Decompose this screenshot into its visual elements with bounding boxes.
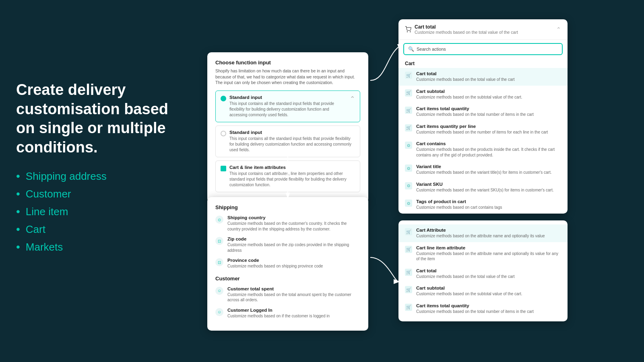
cart-line-item-attr-item[interactable]: 🛒 Cart line item attribute Customize met… xyxy=(398,242,568,265)
choose-card: Choose function input Shopify has limita… xyxy=(207,52,368,203)
cart-attribute-item[interactable]: 🛒 Cart Attribute Customize methods based… xyxy=(398,224,568,242)
cart-contains-item[interactable]: ⊙ Cart contains Customize methods based … xyxy=(398,138,568,161)
cart-total-qty-bottom-icon: 🛒 xyxy=(405,304,412,311)
option-desc-1: This input contains all the standard inp… xyxy=(229,101,347,118)
cart-qty-desc: Customize methods based on the total num… xyxy=(416,112,534,117)
province-code-icon: ⊡ xyxy=(215,258,223,266)
cart-subtotal-icon: 🛒 xyxy=(405,89,412,97)
customer-section-label: Customer xyxy=(215,276,360,282)
shipping-country-item: ⊙ Shipping country Customize methods bas… xyxy=(215,215,360,232)
cart-items-total-qty-item[interactable]: 🛒 Cart items total quantity Customize me… xyxy=(398,103,568,121)
expand-icon-1[interactable]: ⌃ xyxy=(350,95,355,103)
option-desc-3: This input contains cart attributes, lin… xyxy=(229,171,355,188)
radio-standard-2[interactable] xyxy=(221,131,226,136)
province-code-item: ⊡ Province code Customize methods based … xyxy=(215,258,360,269)
cart-total-item-bottom[interactable]: 🛒 Cart total Customize methods based on … xyxy=(398,265,568,283)
variant-title-desc: Customize methods based on the variant t… xyxy=(416,170,551,175)
cart-contains-title: Cart contains xyxy=(416,141,561,146)
variant-sku-item[interactable]: ⊙ Variant SKU Customize methods based on… xyxy=(398,179,568,196)
shipping-country-desc: Customize methods based on the customer'… xyxy=(227,221,360,232)
option-standard-input[interactable]: Standard input This input contains all t… xyxy=(215,90,360,122)
customer-logged-in-item: ☺ Customer Logged In Customize methods b… xyxy=(215,308,360,319)
cart-attribute-icon: 🛒 xyxy=(405,228,412,235)
cart-total-desc-top: Customize methods based on the total val… xyxy=(416,77,515,82)
bullet-item: Line item xyxy=(16,205,185,218)
search-icon: 🔍 xyxy=(408,46,414,52)
tags-product-item[interactable]: ⊙ Tags of product in cart Customize meth… xyxy=(398,196,568,214)
province-code-title: Province code xyxy=(227,258,323,263)
variant-title: Variant title xyxy=(416,164,551,169)
option-title-2: Standard input xyxy=(229,130,355,135)
zip-code-title: Zip code xyxy=(227,237,360,241)
option-title-3: Cart & line item attributes xyxy=(229,165,355,170)
variant-title-item[interactable]: ⊙ Variant title Customize methods based … xyxy=(398,161,568,179)
cart-line-attr-title: Cart line item attribute xyxy=(416,245,561,250)
cart-header: Cart total Customize methods based on th… xyxy=(398,19,568,40)
cart-subtotal-bottom-desc: Customize methods based on the subtotal … xyxy=(416,291,522,297)
cart-subtotal-bottom-item[interactable]: 🛒 Cart subtotal Customize methods based … xyxy=(398,282,568,300)
cart-contains-desc: Customize methods based on the products … xyxy=(416,147,561,158)
choose-card-title: Choose function input xyxy=(215,60,360,66)
option-cart-line[interactable]: Cart & line item attributes This input c… xyxy=(215,160,360,192)
cart-top-card: Cart total Customize methods based on th… xyxy=(398,19,568,214)
cart-total-qty-bottom-item[interactable]: 🛒 Cart items total quantity Customize me… xyxy=(398,300,568,318)
cart-total-qty-bottom-title: Cart items total quantity xyxy=(416,303,534,308)
cart-total-desc-bottom: Customize methods based on the total val… xyxy=(416,274,515,280)
bullet-item: Markets xyxy=(16,241,185,253)
variant-sku-icon: ⊙ xyxy=(405,182,412,189)
cart-total-title-bottom: Cart total xyxy=(416,268,515,273)
svg-point-0 xyxy=(407,31,407,32)
option-title-1: Standard input xyxy=(229,95,347,100)
cart-total-icon-bottom: 🛒 xyxy=(405,269,412,276)
cart-qty-title: Cart items total quantity xyxy=(416,106,534,111)
shipping-country-icon: ⊙ xyxy=(215,216,223,224)
cart-attribute-desc: Customize methods based on the attribute… xyxy=(416,233,545,239)
left-section: Create delivery customisation based on s… xyxy=(16,80,185,258)
cart-subtotal-bottom-title: Cart subtotal xyxy=(416,286,522,290)
tags-product-desc: Customize methods based on cart contains… xyxy=(416,205,502,210)
cart-subtotal-bottom-icon: 🛒 xyxy=(405,286,412,293)
cart-subtotal-item[interactable]: 🛒 Cart subtotal Customize methods based … xyxy=(398,86,568,103)
cart-qty-icon: 🛒 xyxy=(405,107,412,114)
cart-total-item-top[interactable]: 🛒 Cart total Customize methods based on … xyxy=(398,68,568,86)
cart-header-icon xyxy=(405,26,411,33)
cart-bottom-card: 🛒 Cart Attribute Customize methods based… xyxy=(398,220,568,321)
cart-qty-per-line-icon: 🛒 xyxy=(405,124,412,132)
cart-line-attr-desc: Customize methods based on the attribute… xyxy=(416,251,561,262)
chevron-icon[interactable]: ⌃ xyxy=(556,26,561,33)
bullet-item: Cart xyxy=(16,223,185,236)
cart-attribute-title: Cart Attribute xyxy=(416,228,545,232)
bullet-item: Shipping address xyxy=(16,170,185,183)
cart-qty-per-line-title: Cart items quantity per line xyxy=(416,124,548,129)
cart-items-qty-per-line-item[interactable]: 🛒 Cart items quantity per line Customize… xyxy=(398,121,568,138)
search-row[interactable]: 🔍 Search actions xyxy=(403,43,563,55)
customer-total-spent-desc: Customize methods based on the total amo… xyxy=(227,292,360,303)
tags-product-title: Tags of product in cart xyxy=(416,199,502,204)
zip-code-icon: ⊡ xyxy=(215,237,223,245)
customer-logged-in-title: Customer Logged In xyxy=(227,308,330,313)
bullet-item: Customer xyxy=(16,187,185,200)
checkbox-cart-line[interactable] xyxy=(221,166,226,171)
radio-standard[interactable] xyxy=(221,96,226,101)
cart-total-qty-bottom-desc: Customize methods based on the total num… xyxy=(416,309,534,315)
customer-total-spent-title: Customer total spent xyxy=(227,286,360,291)
customer-logged-icon: ☺ xyxy=(215,308,223,316)
main-heading: Create delivery customisation based on s… xyxy=(16,80,185,157)
cart-total-icon-top: 🛒 xyxy=(405,72,412,79)
svg-point-1 xyxy=(410,31,411,32)
province-code-desc: Customize methods based on shipping prov… xyxy=(227,263,323,269)
variant-sku-desc: Customize methods based on the variant S… xyxy=(416,187,553,193)
option-standard-input-2[interactable]: Standard input This input contains all t… xyxy=(215,125,360,157)
shipping-section-label: Shipping xyxy=(215,204,360,210)
cart-section-label: Cart xyxy=(398,58,568,68)
search-placeholder: Search actions xyxy=(417,47,446,51)
zip-code-desc: Customize methods based on the zip codes… xyxy=(227,242,360,253)
zip-code-item: ⊡ Zip code Customize methods based on th… xyxy=(215,237,360,253)
cart-header-left: Cart total Customize methods based on th… xyxy=(405,24,518,35)
customer-total-spent-item: ☺ Customer total spent Customize methods… xyxy=(215,286,360,303)
cart-line-attr-icon: 🛒 xyxy=(405,246,412,253)
bullet-list: Shipping addressCustomerLine itemCartMar… xyxy=(16,170,185,253)
cart-subtotal-title: Cart subtotal xyxy=(416,89,522,94)
variant-title-icon: ⊙ xyxy=(405,165,412,172)
shipping-country-title: Shipping country xyxy=(227,215,360,220)
